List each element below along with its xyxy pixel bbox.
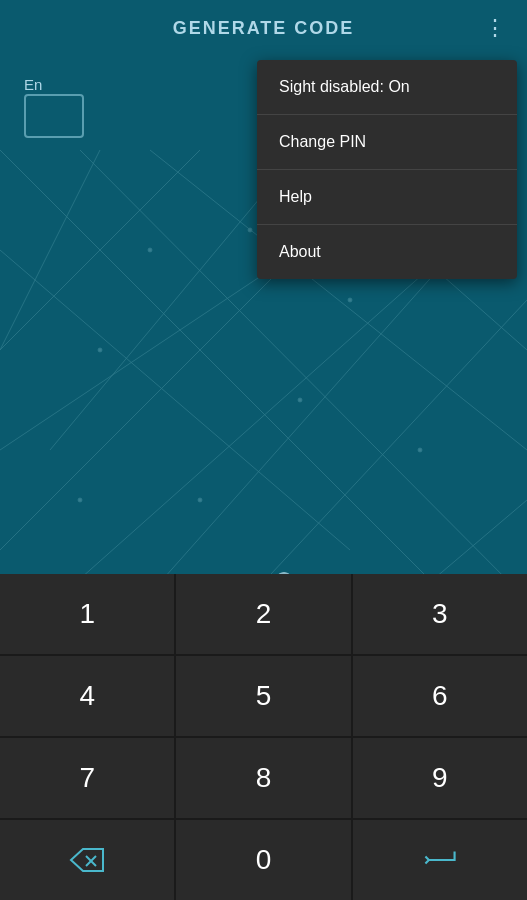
page-title: GENERATE CODE [0, 18, 527, 39]
key-9[interactable]: 9 [353, 738, 527, 818]
key-6[interactable]: 6 [353, 656, 527, 736]
key-4[interactable]: 4 [0, 656, 174, 736]
key-0[interactable]: 0 [176, 820, 350, 900]
key-1[interactable]: 1 [0, 574, 174, 654]
key-5[interactable]: 5 [176, 656, 350, 736]
svg-line-12 [0, 150, 100, 350]
key-enter[interactable] [353, 820, 527, 900]
menu-item-about[interactable]: About [257, 225, 517, 279]
key-8[interactable]: 8 [176, 738, 350, 818]
dropdown-menu: Sight disabled: On Change PIN Help About [257, 60, 517, 279]
svg-point-20 [198, 498, 202, 502]
svg-point-14 [148, 248, 152, 252]
header: GENERATE CODE ⋮ [0, 0, 527, 56]
key-backspace[interactable] [0, 820, 174, 900]
svg-point-15 [248, 228, 252, 232]
svg-line-4 [0, 250, 300, 450]
numpad: 1 2 3 4 5 6 7 8 9 0 [0, 574, 527, 900]
svg-point-17 [98, 348, 102, 352]
menu-item-sight-disabled[interactable]: Sight disabled: On [257, 60, 517, 115]
pin-input-box[interactable] [24, 94, 84, 138]
svg-point-19 [298, 398, 302, 402]
key-7[interactable]: 7 [0, 738, 174, 818]
svg-line-6 [0, 250, 350, 550]
menu-item-help[interactable]: Help [257, 170, 517, 225]
svg-point-22 [418, 448, 422, 452]
enter-label: En [24, 76, 42, 93]
menu-item-change-pin[interactable]: Change PIN [257, 115, 517, 170]
key-3[interactable]: 3 [353, 574, 527, 654]
svg-point-21 [78, 498, 82, 502]
overflow-menu-button[interactable]: ⋮ [476, 13, 515, 43]
key-2[interactable]: 2 [176, 574, 350, 654]
svg-point-16 [348, 298, 352, 302]
